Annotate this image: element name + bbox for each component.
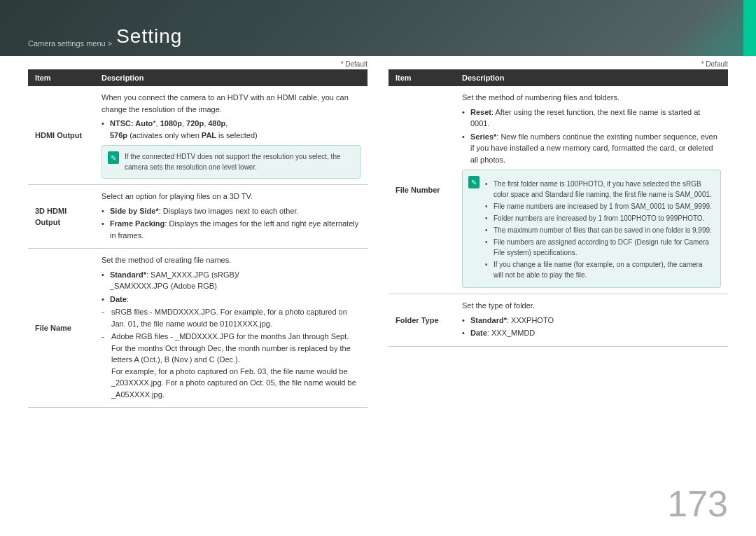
page-number: 173	[667, 486, 728, 522]
list-item: NTSC: Auto*, 1080p, 720p, 480p,576p (act…	[102, 118, 360, 141]
hdmi-note-text: If the connected HDTV does not support t…	[125, 153, 341, 171]
list-item: The first folder name is 100PHOTO, if yo…	[485, 179, 713, 200]
row-desc-hdmi: When you connect the camera to an HDTV w…	[94, 86, 368, 185]
list-item: sRGB files - MMDDXXXX.JPG. For example, …	[102, 306, 360, 329]
table-row: File Number Set the method of numbering …	[388, 86, 728, 294]
row-item-foldertype: Folder Type	[388, 294, 455, 347]
filenumber-bullets: Reset: After using the reset function, t…	[462, 106, 721, 166]
row-desc-filename: Set the method of creating file names. S…	[94, 249, 368, 408]
3dhdmi-intro: Select an option for playing files on a …	[102, 192, 253, 200]
list-item: Frame Packing: Displays the images for t…	[102, 218, 360, 241]
table-row: Folder Type Set the type of folder. Stan…	[388, 294, 728, 347]
filenumber-note-bullets: The first folder name is 100PHOTO, if yo…	[485, 179, 713, 280]
3dhdmi-bullets: Side by Side*: Displays two images next …	[102, 205, 360, 242]
list-item: Date: XXX_MMDD	[462, 327, 721, 339]
row-item-3dhdmi: 3D HDMIOutput	[28, 185, 94, 249]
note-icon	[108, 151, 119, 164]
page-header: · · · · · Camera settings menu > Setting	[0, 0, 756, 56]
list-item: Standard*: SAM_XXXX.JPG (sRGB)/_SAMXXXX.…	[102, 269, 360, 292]
right-col-item: Item	[388, 69, 455, 86]
left-col-desc: Description	[94, 69, 368, 86]
note-icon	[468, 176, 479, 188]
list-item: Side by Side*: Displays two images next …	[102, 205, 360, 217]
row-item-filename: File Name	[28, 249, 94, 408]
header-dots: · · · · ·	[702, 7, 735, 13]
right-default-label: * Default	[388, 56, 728, 69]
left-table-container: * Default Item Description HDMI Output W…	[28, 56, 368, 408]
left-table: Item Description HDMI Output When you co…	[28, 69, 368, 408]
right-table-container: * Default Item Description File Number S…	[388, 56, 728, 408]
row-item-hdmi: HDMI Output	[28, 86, 94, 185]
right-table: Item Description File Number Set the met…	[388, 69, 728, 347]
filename-bullets: Standard*: SAM_XXXX.JPG (sRGB)/_SAMXXXX.…	[102, 269, 360, 401]
row-desc-filenumber: Set the method of numbering files and fo…	[455, 86, 728, 294]
list-item: File numbers are assigned according to D…	[485, 237, 713, 258]
list-item: File name numbers are increased by 1 fro…	[485, 201, 713, 212]
list-item: Folder numbers are increased by 1 from 1…	[485, 213, 713, 224]
right-col-desc: Description	[455, 69, 728, 86]
list-item: Standard*: XXXPHOTO	[462, 315, 721, 327]
breadcrumb: Camera settings menu >	[28, 39, 112, 48]
foldertype-bullets: Standard*: XXXPHOTO Date: XXX_MMDD	[462, 315, 721, 339]
header-accent	[743, 0, 756, 56]
list-item: The maximum number of files that can be …	[485, 225, 713, 235]
list-item: If you change a file name (for example, …	[485, 259, 713, 280]
main-content: * Default Item Description HDMI Output W…	[0, 56, 756, 408]
hdmi-note: If the connected HDTV does not support t…	[102, 145, 360, 179]
list-item: Adobe RGB files - _MDDXXXX.JPG for the m…	[102, 331, 360, 400]
filenumber-intro: Set the method of numbering files and fo…	[462, 93, 620, 102]
hdmi-bullets: NTSC: Auto*, 1080p, 720p, 480p,576p (act…	[102, 118, 360, 141]
list-item: Date:	[102, 294, 360, 305]
table-row: HDMI Output When you connect the camera …	[28, 86, 368, 185]
left-col-item: Item	[28, 69, 94, 86]
row-desc-3dhdmi: Select an option for playing files on a …	[94, 185, 368, 249]
hdmi-intro: When you connect the camera to an HDTV w…	[102, 93, 349, 114]
left-default-label: * Default	[28, 56, 368, 69]
list-item: Series*: New file numbers continue the e…	[462, 131, 721, 166]
foldertype-intro: Set the type of folder.	[462, 301, 535, 310]
table-row: File Name Set the method of creating fil…	[28, 249, 368, 408]
page-title: Setting	[116, 25, 182, 48]
list-item: Reset: After using the reset function, t…	[462, 106, 721, 130]
row-item-filenumber: File Number	[388, 86, 455, 294]
filename-intro: Set the method of creating file names.	[102, 256, 231, 264]
row-desc-foldertype: Set the type of folder. Standard*: XXXPH…	[455, 294, 728, 347]
filenumber-note: The first folder name is 100PHOTO, if yo…	[462, 170, 721, 288]
table-row: 3D HDMIOutput Select an option for playi…	[28, 185, 368, 249]
